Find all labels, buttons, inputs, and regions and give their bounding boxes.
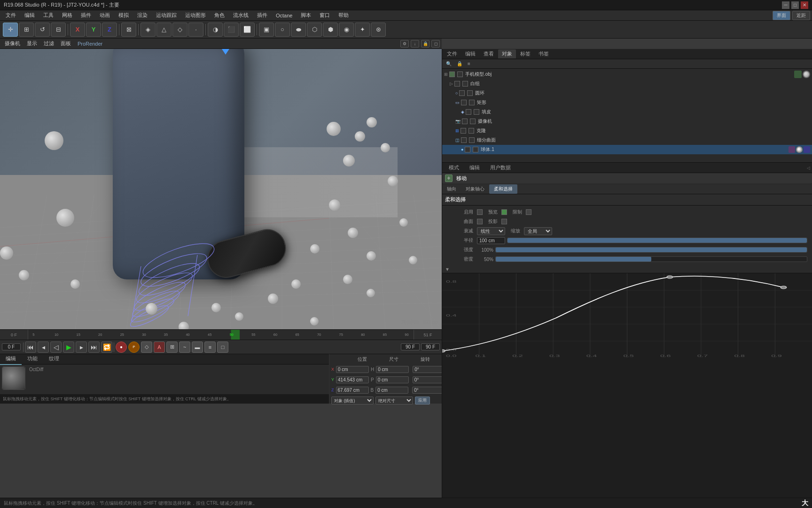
prop-slider-strength[interactable] [495, 247, 807, 253]
coord-mode-select[interactable]: 对象 (插值) [331, 397, 374, 405]
menu-mograph[interactable]: 运动图形 [181, 11, 210, 20]
tree-item-null[interactable]: ▷ 白组 [442, 79, 812, 88]
menu-octane[interactable]: Octane [272, 12, 296, 19]
prop-section-move[interactable]: + 移动 [442, 173, 812, 183]
camera-menu[interactable]: 摄像机 [2, 40, 23, 48]
prev-frame-button[interactable]: ◂ [38, 341, 49, 353]
cube-button[interactable]: ▣ [259, 23, 274, 37]
rotate-around-button[interactable]: ↺ [35, 23, 50, 37]
panel-tab-tags[interactable]: 标签 [516, 49, 534, 58]
tree-check-circle[interactable] [459, 90, 465, 96]
timeline-button[interactable]: ≡ [204, 341, 216, 353]
tree-item-sphere1[interactable]: ● 球体.1 [442, 145, 812, 154]
prop-expand-arrow[interactable]: ▼ [442, 266, 812, 273]
shading-button[interactable]: ◑ [208, 23, 223, 37]
panel-tab-bookmarks[interactable]: 书签 [535, 49, 553, 58]
render-region-button[interactable]: ⬜ [240, 23, 255, 37]
prop-check-surface[interactable] [477, 219, 483, 224]
viewport-icon-3[interactable]: 🔒 [421, 40, 429, 48]
prorender-menu[interactable]: ProRender [75, 40, 105, 47]
menu-simulate[interactable]: 模拟 [115, 11, 133, 20]
viewport-icon-1[interactable]: ⚙ [400, 40, 409, 48]
coord-y-pos[interactable] [336, 376, 369, 383]
jump-start-button[interactable]: ⏮ [25, 341, 36, 353]
prop-check-project[interactable] [501, 219, 507, 224]
menu-animate[interactable]: 动画 [96, 11, 114, 20]
tree-item-circle[interactable]: ○ 圆环 [442, 88, 812, 98]
y-constraint-button[interactable]: Y [86, 23, 101, 37]
tree-item-rect[interactable]: ▭ 矩形 [442, 98, 812, 107]
record-pos-button[interactable]: P [128, 341, 140, 353]
subtab-objectaxis[interactable]: 对象轴心 [461, 184, 489, 194]
scene-search-btn[interactable]: 🔍 [444, 61, 453, 67]
minimize-button[interactable]: ─ [782, 1, 789, 9]
prop-tab-mode[interactable]: 模式 [444, 163, 464, 172]
tree-vis-circle[interactable] [467, 90, 473, 96]
menu-render[interactable]: 渲染 [133, 11, 151, 20]
scene-layer-btn[interactable]: ≡ [466, 61, 472, 67]
tree-item-phone[interactable]: ⊞ 手机模型.obj [442, 70, 812, 79]
edge-mode-button[interactable]: ◇ [172, 23, 187, 37]
tree-vis-phone[interactable] [457, 71, 463, 77]
tree-item-clone[interactable]: ⊞ 克隆 [442, 126, 812, 135]
subtab-axis[interactable]: 轴向 [442, 184, 461, 194]
restore-button[interactable]: □ [791, 1, 799, 9]
size-mode-select[interactable]: 绝对尺寸 [375, 397, 413, 405]
next-frame-button[interactable]: ▸ [76, 341, 87, 353]
menu-script[interactable]: 脚本 [297, 11, 315, 20]
move-tool-button[interactable]: ✛ [3, 23, 18, 37]
coord-x-pos[interactable] [336, 366, 369, 373]
tree-vis-rect[interactable] [469, 100, 475, 105]
z-constraint-button[interactable]: Z [102, 23, 117, 37]
polygon-mode-button[interactable]: △ [156, 23, 172, 37]
prop-tab-userdata[interactable]: 用户数据 [485, 163, 515, 172]
menu-help[interactable]: 帮助 [335, 11, 352, 20]
attr-tab-edit[interactable]: 编辑 [0, 353, 22, 365]
menu-tools[interactable]: 工具 [39, 11, 57, 20]
coord-p-rot[interactable] [413, 376, 445, 383]
coord-b-rot[interactable] [412, 387, 445, 394]
prop-select-falloff[interactable]: 线性 平滑 圆形 [477, 227, 505, 235]
object-mode-button[interactable]: ◈ [141, 23, 156, 37]
sweep-button[interactable]: ◉ [339, 23, 354, 37]
coord-x-size[interactable] [376, 366, 409, 373]
play-reverse-button[interactable]: ◁ [50, 341, 62, 353]
coord-y-size[interactable] [376, 376, 409, 383]
tree-check-rect[interactable] [461, 100, 467, 105]
menu-character[interactable]: 角色 [211, 11, 228, 20]
tree-item-camera[interactable]: 📷 摄像机 [442, 117, 812, 126]
tree-check-clone[interactable] [461, 128, 466, 134]
attr-tab-texture[interactable]: 纹理 [43, 353, 65, 365]
scene-lock-btn[interactable]: 🔒 [455, 61, 464, 67]
tree-vis-skin[interactable] [474, 109, 479, 115]
loop-button[interactable]: 🔁 [101, 341, 112, 353]
tree-item-subdiv[interactable]: ◫ 细分曲面 [442, 135, 812, 145]
tree-vis-clone[interactable] [468, 128, 474, 134]
close-button[interactable]: ✕ [801, 1, 808, 9]
point-mode-button[interactable]: · [188, 23, 203, 37]
apply-button[interactable]: 应用 [415, 397, 430, 405]
current-frame-input[interactable] [2, 343, 21, 350]
3d-viewport[interactable]: 网格间距: 100 cm [0, 49, 442, 329]
select-tool-button[interactable]: ⊞ [19, 23, 34, 37]
tree-vis-sphere1[interactable] [473, 147, 478, 152]
menu-pipeline[interactable]: 流水线 [229, 11, 252, 20]
tree-check-null[interactable] [454, 81, 460, 87]
menu-plugins2[interactable]: 插件 [253, 11, 271, 20]
tree-check-camera[interactable] [462, 119, 468, 124]
menu-file[interactable]: 文件 [2, 11, 20, 20]
coord-z-size[interactable] [375, 387, 408, 394]
sphere-button[interactable]: ○ [275, 23, 290, 37]
menu-edit[interactable]: 编辑 [21, 11, 39, 20]
x-constraint-button[interactable]: X [70, 23, 85, 37]
display-menu[interactable]: 显示 [24, 40, 40, 48]
light-button[interactable]: ✦ [355, 23, 370, 37]
render-preview-button[interactable]: ⬛ [224, 23, 239, 37]
viewport-icon-4[interactable]: ◻ [431, 40, 440, 48]
menu-window[interactable]: 窗口 [316, 11, 334, 20]
tree-vis-null[interactable] [462, 81, 468, 87]
tree-item-skin[interactable]: ◈ 填皮 [442, 107, 812, 117]
tree-check-sphere1[interactable] [465, 147, 470, 152]
prop-tab-edit[interactable]: 编辑 [465, 163, 484, 172]
camera-button[interactable]: ⊛ [371, 23, 386, 37]
